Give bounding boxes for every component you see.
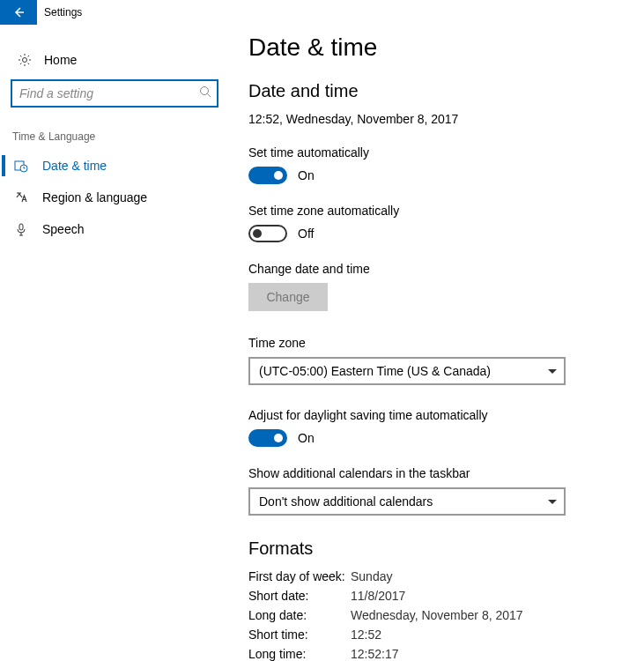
home-nav[interactable]: Home [0, 41, 229, 79]
sidebar-item-label: Region & language [42, 190, 147, 204]
section-date-heading: Date and time [248, 81, 644, 101]
timezone-dropdown[interactable]: (UTC-05:00) Eastern Time (US & Canada) [248, 357, 566, 385]
tz-label: Time zone [248, 336, 644, 350]
format-row: Short time:12:52 [248, 628, 644, 642]
sidebar: Settings Home Time & Language Date & tim… [0, 0, 229, 661]
dst-toggle[interactable] [248, 429, 287, 447]
sidebar-item-speech[interactable]: Speech [0, 213, 229, 245]
set-time-auto-label: Set time automatically [248, 145, 644, 160]
format-row: Long date:Wednesday, November 8, 2017 [248, 608, 644, 622]
format-row: First day of week:Sunday [248, 569, 644, 583]
sidebar-item-label: Speech [42, 222, 84, 236]
current-datetime: 12:52, Wednesday, November 8, 2017 [248, 112, 644, 126]
set-tz-auto-toggle[interactable] [248, 225, 287, 242]
set-tz-auto-label: Set time zone automatically [248, 204, 644, 218]
set-time-auto-toggle[interactable] [248, 167, 287, 184]
sidebar-item-region-language[interactable]: Region & language [0, 182, 229, 213]
sidebar-item-date-time[interactable]: Date & time [0, 150, 229, 182]
sidebar-item-label: Date & time [42, 159, 107, 173]
language-icon [12, 190, 30, 204]
change-dt-label: Change date and time [248, 262, 644, 276]
change-button: Change [248, 283, 328, 311]
formats-heading: Formats [248, 538, 644, 559]
main-content: Date & time Date and time 12:52, Wednesd… [229, 0, 644, 661]
search-input[interactable] [11, 79, 218, 108]
chevron-down-icon [548, 500, 557, 504]
home-label: Home [44, 53, 77, 67]
chevron-down-icon [548, 369, 557, 374]
back-button[interactable] [0, 0, 37, 25]
dropdown-value: (UTC-05:00) Eastern Time (US & Canada) [259, 364, 491, 378]
toggle-state: Off [298, 227, 314, 241]
category-label: Time & Language [0, 123, 229, 150]
additional-calendars-dropdown[interactable]: Don't show additional calendars [248, 487, 566, 516]
format-row: Short date:11/8/2017 [248, 589, 644, 603]
arrow-left-icon [11, 5, 26, 19]
gear-icon [16, 53, 33, 67]
svg-point-0 [23, 58, 27, 63]
clock-calendar-icon [12, 159, 30, 173]
toggle-state: On [298, 431, 315, 445]
page-title: Date & time [248, 33, 644, 62]
dst-label: Adjust for daylight saving time automati… [248, 408, 644, 422]
titlebar: Settings [0, 0, 229, 25]
format-row: Long time:12:52:17 [248, 647, 644, 661]
dropdown-value: Don't show additional calendars [259, 494, 433, 509]
microphone-icon [12, 222, 30, 236]
search-wrap [11, 79, 218, 108]
toggle-state: On [298, 168, 315, 182]
add-cal-label: Show additional calendars in the taskbar [248, 466, 644, 480]
window-title: Settings [37, 6, 82, 19]
svg-rect-4 [19, 224, 23, 230]
